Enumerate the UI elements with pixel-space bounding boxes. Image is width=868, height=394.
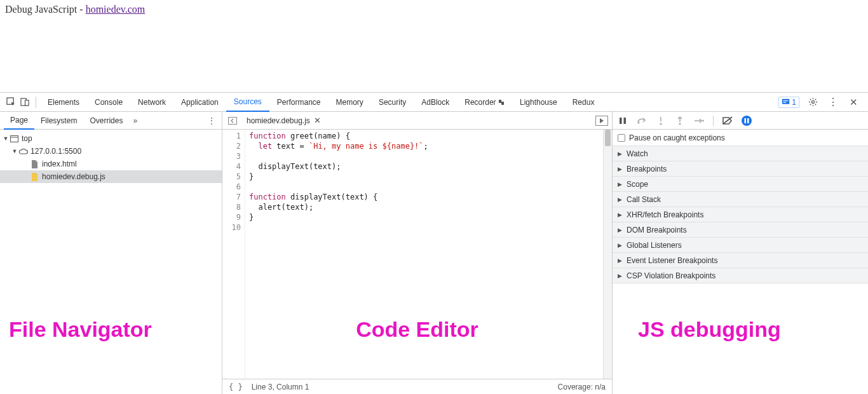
nav-back-icon[interactable] bbox=[226, 114, 239, 127]
tab-elements[interactable]: Elements bbox=[40, 93, 87, 112]
step-into-icon[interactable] bbox=[654, 114, 667, 127]
tab-sources[interactable]: Sources bbox=[226, 93, 269, 112]
section-xhr-breakpoints[interactable]: ▶XHR/fetch Breakpoints bbox=[613, 207, 868, 222]
annotation-code-editor: Code Editor bbox=[356, 317, 478, 342]
tab-application[interactable]: Application bbox=[173, 93, 226, 112]
close-devtools-icon[interactable]: ✕ bbox=[846, 95, 860, 109]
tree-host[interactable]: ▼ 127.0.0.1:5500 bbox=[0, 145, 222, 158]
section-call-stack[interactable]: ▶Call Stack bbox=[613, 192, 868, 207]
svg-point-16 bbox=[679, 123, 681, 125]
navigator-header: Page Filesystem Overrides » ⋮ bbox=[0, 112, 222, 130]
separator bbox=[713, 116, 714, 126]
settings-icon[interactable] bbox=[806, 95, 820, 109]
separator bbox=[36, 97, 36, 108]
tree-top[interactable]: ▼ top bbox=[0, 132, 222, 145]
svg-rect-5 bbox=[783, 102, 787, 103]
tree-file-index[interactable]: index.html bbox=[0, 158, 222, 170]
editor-file-tab[interactable]: homiedev.debug.js ✕ bbox=[243, 112, 325, 130]
page-title-text: Debug JavaScript - bbox=[5, 4, 86, 15]
section-watch[interactable]: ▶Watch bbox=[613, 146, 868, 161]
step-out-icon[interactable] bbox=[674, 114, 686, 127]
pause-on-caught-label: Pause on caught exceptions bbox=[629, 133, 725, 142]
file-tree: ▼ top ▼ 127.0.0.1:5500 index.html homied… bbox=[0, 130, 222, 186]
pretty-print-icon[interactable]: { } bbox=[229, 383, 243, 391]
device-toolbar-icon[interactable] bbox=[18, 95, 32, 109]
pause-exceptions-icon[interactable] bbox=[740, 114, 753, 127]
svg-rect-10 bbox=[620, 118, 622, 124]
step-icon[interactable] bbox=[693, 114, 705, 127]
debugger-controls bbox=[613, 112, 868, 130]
chevron-right-icon: ▶ bbox=[618, 151, 624, 157]
editor-scrollbar[interactable] bbox=[603, 130, 612, 379]
close-file-icon[interactable]: ✕ bbox=[314, 116, 321, 125]
navigator-tab-overrides[interactable]: Overrides bbox=[83, 112, 129, 130]
section-dom-breakpoints[interactable]: ▶DOM Breakpoints bbox=[613, 222, 868, 238]
tree-file-label: homiedev.debug.js bbox=[42, 172, 105, 181]
file-icon bbox=[29, 159, 39, 169]
chevron-right-icon: ▶ bbox=[618, 212, 624, 218]
tab-lighthouse[interactable]: Lighthouse bbox=[512, 93, 565, 112]
line-gutter: 12345678910 bbox=[222, 130, 245, 379]
cursor-position: Line 3, Column 1 bbox=[252, 383, 309, 391]
js-file-icon bbox=[29, 172, 39, 182]
page-link[interactable]: homiedev.com bbox=[86, 4, 146, 15]
chevron-right-icon: ▶ bbox=[618, 257, 624, 264]
svg-point-6 bbox=[811, 100, 814, 103]
navigator-tab-page[interactable]: Page bbox=[4, 112, 34, 130]
tab-redux[interactable]: Redux bbox=[565, 93, 602, 112]
editor-footer: { } Line 3, Column 1 Coverage: n/a bbox=[222, 379, 612, 394]
navigator-overflow-icon[interactable]: » bbox=[133, 116, 137, 125]
chevron-right-icon: ▶ bbox=[618, 273, 624, 279]
tab-security[interactable]: Security bbox=[371, 93, 414, 112]
more-menu-icon[interactable]: ⋮ bbox=[826, 95, 840, 109]
tab-network[interactable]: Network bbox=[130, 93, 173, 112]
tab-performance[interactable]: Performance bbox=[269, 93, 329, 112]
section-breakpoints[interactable]: ▶Breakpoints bbox=[613, 161, 868, 177]
inspect-element-icon[interactable] bbox=[4, 95, 18, 109]
coverage-status: Coverage: n/a bbox=[558, 383, 606, 391]
svg-rect-4 bbox=[783, 100, 789, 101]
chevron-right-icon: ▶ bbox=[618, 196, 624, 203]
step-over-icon[interactable] bbox=[635, 114, 648, 127]
pause-on-caught-row[interactable]: Pause on caught exceptions bbox=[613, 130, 868, 146]
tree-top-label: top bbox=[22, 134, 32, 143]
section-global-listeners[interactable]: ▶Global Listeners bbox=[613, 238, 868, 253]
annotation-file-navigator: File Navigator bbox=[9, 317, 152, 342]
issues-badge[interactable]: 1 bbox=[778, 97, 799, 108]
navigator-menu-icon[interactable]: ⋮ bbox=[205, 116, 218, 125]
annotation-js-debugging: JS debugging bbox=[638, 317, 781, 342]
section-scope[interactable]: ▶Scope bbox=[613, 177, 868, 192]
chevron-right-icon: ▶ bbox=[618, 166, 624, 172]
chevron-down-icon: ▼ bbox=[3, 135, 9, 142]
section-event-listener-breakpoints[interactable]: ▶Event Listener Breakpoints bbox=[613, 253, 868, 268]
svg-point-12 bbox=[637, 121, 639, 123]
svg-rect-3 bbox=[782, 99, 789, 104]
chevron-right-icon: ▶ bbox=[618, 181, 624, 187]
tab-recorder[interactable]: Recorder bbox=[457, 93, 512, 112]
pause-icon[interactable] bbox=[616, 114, 629, 127]
debugger-panel: Pause on caught exceptions ▶Watch ▶Break… bbox=[613, 112, 868, 394]
navigator-tab-filesystem[interactable]: Filesystem bbox=[34, 112, 83, 130]
devtools-top-tabs: Elements Console Network Application Sou… bbox=[0, 93, 868, 112]
svg-point-14 bbox=[660, 123, 661, 125]
run-snippet-icon[interactable] bbox=[595, 116, 608, 126]
tab-memory[interactable]: Memory bbox=[329, 93, 371, 112]
section-csp-breakpoints[interactable]: ▶CSP Violation Breakpoints bbox=[613, 268, 868, 283]
window-icon bbox=[9, 133, 19, 144]
svg-rect-21 bbox=[747, 118, 749, 123]
tree-file-label: index.html bbox=[42, 160, 77, 168]
svg-rect-20 bbox=[745, 118, 747, 123]
svg-rect-9 bbox=[229, 117, 237, 124]
deactivate-breakpoints-icon[interactable] bbox=[721, 114, 734, 127]
svg-rect-2 bbox=[25, 100, 29, 105]
code-editor-panel: homiedev.debug.js ✕ 12345678910 function… bbox=[222, 112, 613, 394]
svg-rect-7 bbox=[10, 135, 18, 142]
tab-adblock[interactable]: AdBlock bbox=[414, 93, 457, 112]
svg-rect-11 bbox=[624, 118, 627, 124]
issues-count: 1 bbox=[792, 98, 796, 107]
tab-console[interactable]: Console bbox=[87, 93, 130, 112]
pause-on-caught-checkbox[interactable] bbox=[618, 134, 625, 142]
editor-file-name: homiedev.debug.js bbox=[247, 116, 310, 125]
chevron-right-icon: ▶ bbox=[618, 227, 624, 233]
tree-file-debug-js[interactable]: homiedev.debug.js bbox=[0, 170, 222, 183]
